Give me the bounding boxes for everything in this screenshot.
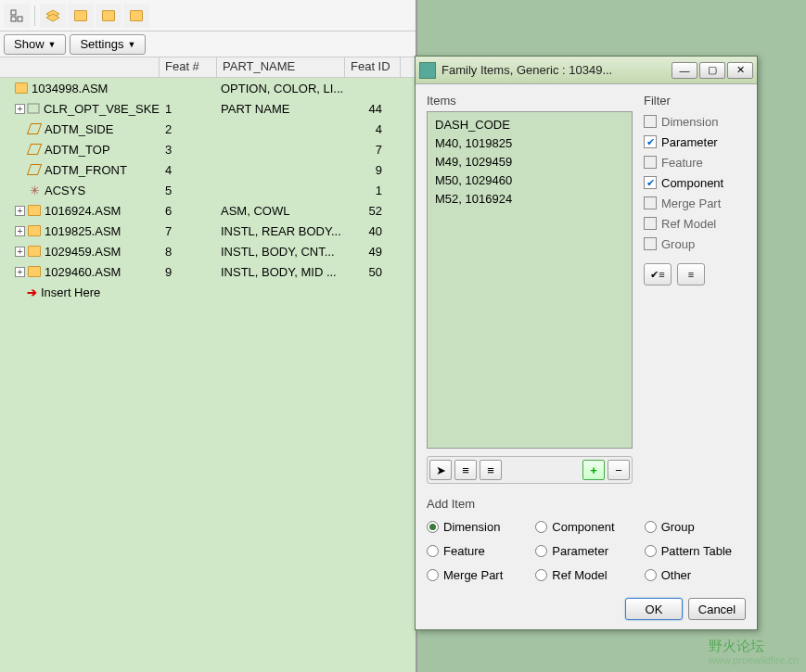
- tree-row[interactable]: +1019825.ASM: [0, 221, 160, 241]
- filter-checkbox-parameter[interactable]: ✔Parameter: [644, 132, 746, 152]
- filter-checkbox-group: Group: [644, 234, 746, 254]
- data-row[interactable]: 1PART NAME44: [160, 98, 416, 119]
- radio-component[interactable]: Component: [535, 516, 636, 537]
- expander-icon[interactable]: +: [15, 206, 25, 216]
- data-row[interactable]: 6ASM, COWL52: [160, 200, 416, 221]
- expander-icon[interactable]: +: [15, 104, 25, 114]
- tree-label: 1034998.ASM: [32, 82, 108, 95]
- pointer-icon[interactable]: ➤: [429, 460, 452, 480]
- new-folder-icon[interactable]: [68, 4, 94, 28]
- radio-merge-part[interactable]: Merge Part: [427, 564, 528, 585]
- tree-label: ACSYS: [45, 184, 85, 197]
- col-part-name[interactable]: PART_NAME: [217, 57, 345, 77]
- expander-icon[interactable]: +: [15, 226, 25, 236]
- radio-parameter[interactable]: Parameter: [535, 540, 636, 561]
- list-item[interactable]: DASH_CODE: [435, 116, 624, 134]
- tree-row[interactable]: ADTM_SIDE: [0, 119, 160, 139]
- tree-label: 1029459.ASM: [45, 245, 121, 259]
- col-feat-num[interactable]: Feat #: [160, 57, 217, 77]
- col-feat-id[interactable]: Feat ID: [345, 57, 401, 77]
- radio-feature[interactable]: Feature: [427, 540, 528, 561]
- radio-pattern-table[interactable]: Pattern Table: [645, 540, 746, 561]
- data-row[interactable]: 8INSTL, BODY, CNT...49: [160, 241, 416, 261]
- filter-checkbox-ref-model: Ref Model: [644, 213, 746, 234]
- maximize-button[interactable]: ▢: [699, 62, 725, 79]
- items-label: Items: [427, 94, 633, 108]
- family-items-dialog: Family Items, Generic : 10349... — ▢ ✕ I…: [415, 56, 758, 630]
- data-row[interactable]: OPTION, COLOR, LI...: [160, 78, 416, 98]
- list-item[interactable]: M50, 1029460: [435, 171, 624, 190]
- radio-other[interactable]: Other: [645, 564, 746, 585]
- dialog-icon: [419, 62, 436, 79]
- expander-icon[interactable]: +: [15, 247, 25, 257]
- svg-rect-5: [28, 104, 39, 113]
- radio-dimension[interactable]: Dimension: [427, 516, 528, 537]
- dialog-title: Family Items, Generic : 10349...: [441, 63, 672, 77]
- tree-row[interactable]: ➔Insert Here: [0, 282, 160, 302]
- svg-rect-2: [18, 17, 22, 21]
- tree-row[interactable]: 1034998.ASM: [0, 78, 160, 98]
- items-toolbar: ➤ ≡ ≡ + −: [427, 456, 633, 484]
- tree-label: 1019825.ASM: [45, 224, 121, 238]
- tree-label: ADTM_SIDE: [45, 122, 113, 136]
- tree-column: 1034998.ASM+CLR_OPT_V8E_SKEADTM_SIDEADTM…: [0, 57, 160, 672]
- tree-row[interactable]: ✳ACSYS: [0, 180, 160, 200]
- filter-checkbox-dimension: Dimension: [644, 111, 746, 132]
- toolbar: [0, 0, 416, 32]
- folder-tree-icon[interactable]: [123, 4, 149, 28]
- filter-checkbox-feature: Feature: [644, 152, 746, 172]
- list-item[interactable]: M49, 1029459: [435, 153, 624, 171]
- data-row[interactable]: 51: [160, 180, 416, 200]
- minimize-button[interactable]: —: [672, 62, 697, 79]
- add-item-icon[interactable]: +: [582, 460, 605, 480]
- settings-button[interactable]: Settings▼: [70, 34, 146, 55]
- tree-row[interactable]: +CLR_OPT_V8E_SKE: [0, 98, 160, 119]
- tree-row[interactable]: ADTM_FRONT: [0, 159, 160, 180]
- tree-row[interactable]: ADTM_TOP: [0, 139, 160, 159]
- folder-settings-icon[interactable]: [96, 4, 122, 28]
- data-row[interactable]: 9INSTL, BODY, MID ...50: [160, 261, 416, 282]
- list-bold-icon[interactable]: ≡: [480, 460, 502, 480]
- close-button[interactable]: ✕: [727, 62, 753, 79]
- add-item-label: Add Item: [427, 497, 746, 511]
- tree-label: 1029460.ASM: [45, 265, 121, 279]
- tree-row[interactable]: +1016924.ASM: [0, 200, 160, 221]
- button-row: Show▼ Settings▼: [0, 32, 416, 57]
- svg-rect-0: [11, 10, 16, 15]
- data-row[interactable]: 24: [160, 119, 416, 139]
- data-row[interactable]: [160, 282, 416, 302]
- titlebar[interactable]: Family Items, Generic : 10349... — ▢ ✕: [416, 57, 757, 84]
- filter-checkbox-merge-part: Merge Part: [644, 193, 746, 213]
- data-row[interactable]: 7INSTL, REAR BODY...40: [160, 221, 416, 241]
- layers-icon[interactable]: [40, 4, 66, 28]
- check-all-icon[interactable]: ✔≡: [644, 263, 672, 285]
- data-row[interactable]: 49: [160, 159, 416, 180]
- list-lines-icon[interactable]: ≡: [454, 460, 477, 480]
- tree-row[interactable]: +1029459.ASM: [0, 241, 160, 261]
- items-list[interactable]: DASH_CODEM40, 1019825M49, 1029459M50, 10…: [427, 111, 633, 449]
- tree-layout-icon[interactable]: [4, 4, 30, 28]
- tree-label: ADTM_FRONT: [45, 163, 127, 177]
- filter-label: Filter: [644, 94, 746, 108]
- radio-group[interactable]: Group: [645, 516, 746, 537]
- watermark: 野火论坛 www.proewildfire.cn: [709, 638, 799, 666]
- list-item[interactable]: M52, 1016924: [435, 190, 624, 209]
- expander-icon[interactable]: +: [15, 267, 25, 277]
- tree-label: ADTM_TOP: [45, 143, 110, 157]
- cancel-button[interactable]: Cancel: [688, 598, 746, 620]
- tree-label: 1016924.ASM: [45, 204, 121, 218]
- tree-label: CLR_OPT_V8E_SKE: [44, 102, 160, 116]
- remove-item-icon[interactable]: −: [608, 460, 630, 480]
- tree-label: Insert Here: [41, 285, 100, 299]
- svg-rect-1: [11, 17, 16, 21]
- radio-ref-model[interactable]: Ref Model: [535, 564, 636, 585]
- list-item[interactable]: M40, 1019825: [435, 134, 624, 153]
- ok-button[interactable]: OK: [625, 598, 683, 620]
- show-button[interactable]: Show▼: [4, 34, 66, 55]
- tree-row[interactable]: +1029460.ASM: [0, 261, 160, 282]
- filter-checkbox-component[interactable]: ✔Component: [644, 172, 746, 193]
- list-options-icon[interactable]: ≡: [677, 263, 705, 285]
- model-tree-panel: Show▼ Settings▼ 1034998.ASM+CLR_OPT_V8E_…: [0, 0, 417, 672]
- feature-columns: Feat # PART_NAME Feat ID OPTION, COLOR, …: [160, 57, 416, 672]
- data-row[interactable]: 37: [160, 139, 416, 159]
